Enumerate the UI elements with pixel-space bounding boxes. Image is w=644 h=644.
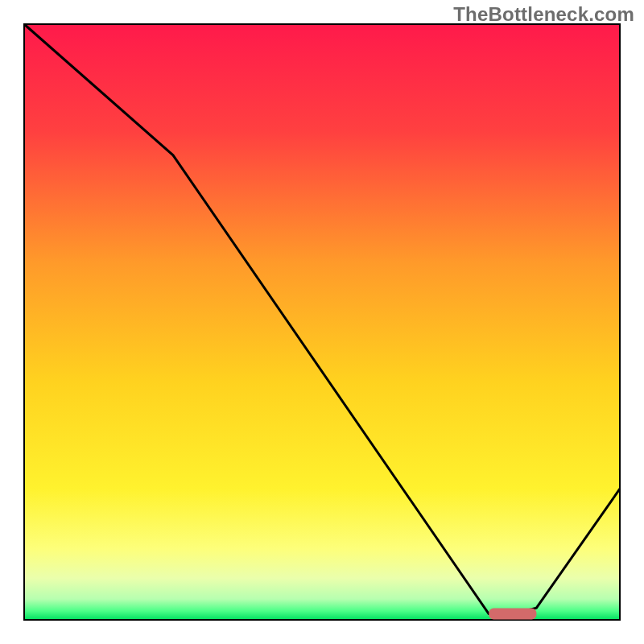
plot-background [24, 24, 620, 620]
bottleneck-chart [0, 0, 644, 644]
watermark-text: TheBottleneck.com [453, 3, 634, 26]
chart-container: TheBottleneck.com [0, 0, 644, 644]
optimal-range-marker [489, 609, 536, 620]
